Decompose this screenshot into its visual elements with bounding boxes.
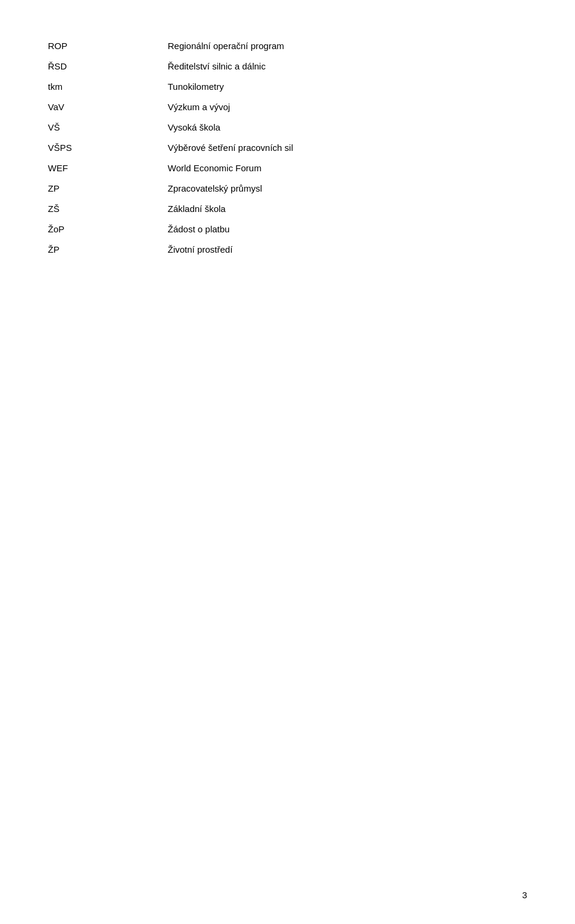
table-row: VaVVýzkum a vývoj [48, 97, 527, 117]
abbreviation-definition: Žádost o platbu [168, 219, 527, 240]
abbreviation-definition: Tunokilometry [168, 77, 527, 97]
table-row: ŽPŽivotní prostředí [48, 240, 527, 260]
abbreviation-definition: Základní škola [168, 199, 527, 219]
abbreviation-definition: Životní prostředí [168, 240, 527, 260]
page-container: ROPRegionální operační programŘSDŘeditel… [0, 0, 575, 924]
abbreviation-code: VŠPS [48, 138, 168, 158]
abbreviation-definition: Vysoká škola [168, 117, 527, 138]
table-row: ZPZpracovatelský průmysl [48, 178, 527, 199]
abbreviation-code: ŘSD [48, 56, 168, 77]
abbreviation-code: ŽoP [48, 219, 168, 240]
abbreviation-definition: Zpracovatelský průmysl [168, 178, 527, 199]
abbreviation-code: ZŠ [48, 199, 168, 219]
abbreviation-definition: World Economic Forum [168, 158, 527, 178]
abbreviation-definition: Výběrové šetření pracovních sil [168, 138, 527, 158]
abbreviation-code: ROP [48, 36, 168, 56]
abbreviation-code: ŽP [48, 240, 168, 260]
abbreviation-code: WEF [48, 158, 168, 178]
table-row: ZŠZákladní škola [48, 199, 527, 219]
abbreviation-definition: Ředitelství silnic a dálnic [168, 56, 527, 77]
abbreviation-table: ROPRegionální operační programŘSDŘeditel… [48, 36, 527, 260]
table-row: WEFWorld Economic Forum [48, 158, 527, 178]
abbreviation-code: ZP [48, 178, 168, 199]
table-row: ŽoPŽádost o platbu [48, 219, 527, 240]
abbreviation-definition: Regionální operační program [168, 36, 527, 56]
table-row: ŘSDŘeditelství silnic a dálnic [48, 56, 527, 77]
abbreviation-code: VŠ [48, 117, 168, 138]
table-row: tkmTunokilometry [48, 77, 527, 97]
page-number: 3 [522, 890, 527, 900]
table-row: VŠVysoká škola [48, 117, 527, 138]
abbreviation-definition: Výzkum a vývoj [168, 97, 527, 117]
table-row: VŠPSVýběrové šetření pracovních sil [48, 138, 527, 158]
table-row: ROPRegionální operační program [48, 36, 527, 56]
abbreviation-code: tkm [48, 77, 168, 97]
abbreviation-code: VaV [48, 97, 168, 117]
